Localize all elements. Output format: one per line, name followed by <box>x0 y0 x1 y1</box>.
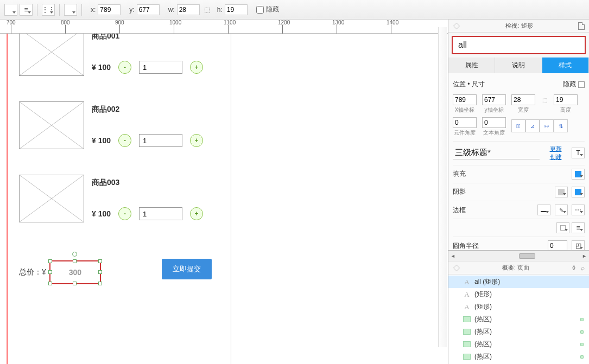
outline-item[interactable]: A(矩形) <box>448 301 589 313</box>
submit-button[interactable]: 立即提交 <box>162 259 212 279</box>
canvas-scrollbar-vertical[interactable] <box>438 27 447 347</box>
decrement-button[interactable]: - <box>118 134 131 147</box>
hide-element-label: 隐藏 <box>563 80 576 89</box>
pos-x-input[interactable] <box>453 94 477 105</box>
outline-item[interactable]: (热区) <box>448 350 589 363</box>
border-width-dropdown[interactable] <box>537 205 550 215</box>
text-rotation-input[interactable] <box>482 117 506 128</box>
outline-panel: ◄► 概要: 页面 ⚱ ⌕ Aall (矩形)A(矩形)A(矩形)(热区)(热区… <box>448 250 589 364</box>
interaction-indicator-icon <box>580 355 584 359</box>
outline-item[interactable]: A(矩形) <box>448 288 589 301</box>
size-lock-icon[interactable]: ⬚ <box>541 94 548 105</box>
y-input[interactable] <box>137 4 160 15</box>
x-input[interactable] <box>98 4 121 15</box>
outline-item-label: (热区) <box>474 352 492 361</box>
canvas-area[interactable]: 商品001 ¥ 100 - + 商品002 ¥ 100 - + 商品003 <box>0 34 448 364</box>
border-style-dropdown[interactable] <box>572 205 585 215</box>
outline-header: 概要: 页面 ⚱ ⌕ <box>448 261 589 274</box>
text-element-icon: A <box>463 278 471 286</box>
list-dropdown-icon[interactable]: ⋮⋮ <box>42 4 55 16</box>
decrement-button[interactable]: - <box>118 61 131 74</box>
outline-item[interactable]: (热区) <box>448 338 589 350</box>
flip-vertical-icon[interactable]: ⊿ <box>525 119 540 132</box>
quantity-input[interactable] <box>139 61 182 74</box>
border-color-dropdown[interactable] <box>555 205 568 215</box>
resize-handle-tl[interactable] <box>48 259 52 263</box>
pos-x-label: X轴坐标 <box>455 106 475 114</box>
increment-button[interactable]: + <box>190 61 203 74</box>
tab-properties[interactable]: 属性 <box>448 58 495 73</box>
style-preset-select[interactable] <box>453 146 540 159</box>
increment-button[interactable]: + <box>190 207 203 220</box>
image-placeholder[interactable] <box>19 101 84 149</box>
resize-handle-tr[interactable] <box>98 259 102 263</box>
outline-item-label: (热区) <box>474 315 492 324</box>
outline-list[interactable]: Aall (矩形)A(矩形)A(矩形)(热区)(热区)(热区)(热区) <box>448 274 589 364</box>
outer-shadow-dropdown[interactable] <box>555 187 568 197</box>
selected-total-value[interactable]: 300 <box>49 260 101 284</box>
flip-align-icons: �⃓ ⊿ ↦ ⇅ <box>511 119 568 132</box>
pos-w-input[interactable] <box>511 94 535 105</box>
resize-handle-ml[interactable] <box>48 270 52 274</box>
hide-label: 隐藏 <box>266 5 279 14</box>
panel-scrollbar-horizontal[interactable]: ◄► <box>448 251 589 261</box>
resize-handle-mr[interactable] <box>98 270 102 274</box>
search-icon[interactable]: ⌕ <box>581 264 585 272</box>
image-placeholder[interactable] <box>19 34 84 76</box>
quantity-input[interactable] <box>139 134 182 147</box>
hide-element-checkbox[interactable] <box>578 81 585 88</box>
resize-handle-bm[interactable] <box>73 282 77 285</box>
pos-h-label: 高度 <box>560 106 571 114</box>
image-placeholder[interactable] <box>19 175 84 222</box>
shadow-label: 阴影 <box>453 187 466 196</box>
fit-width-icon[interactable]: ↦ <box>540 119 554 132</box>
svg-line-0 <box>20 34 83 75</box>
rotation-input[interactable] <box>453 117 477 128</box>
pos-y-label: y轴坐标 <box>485 106 504 114</box>
update-style-link[interactable]: 更新 <box>550 145 562 153</box>
svg-line-1 <box>20 34 83 75</box>
radius-corner-dropdown[interactable]: ◰ <box>572 240 585 250</box>
flip-horizontal-icon[interactable]: �⃓ <box>511 119 525 132</box>
fit-height-icon[interactable]: ⇅ <box>554 119 568 132</box>
style-preset-actions: 更新 创建 <box>550 145 562 162</box>
pos-h-input[interactable] <box>554 94 578 105</box>
radius-input[interactable] <box>548 240 567 250</box>
outline-item-label: (热区) <box>474 340 492 349</box>
tab-notes[interactable]: 说明 <box>495 58 542 73</box>
text-format-icon[interactable]: T <box>572 148 585 158</box>
increment-button[interactable]: + <box>190 134 203 147</box>
position-section-label: 位置 • 尺寸 <box>453 80 485 89</box>
inner-shadow-dropdown[interactable] <box>572 187 585 197</box>
align-dropdown-icon[interactable]: ≡ <box>20 4 33 16</box>
outline-collapse-icon[interactable] <box>453 265 460 271</box>
resize-handle-br[interactable] <box>98 282 102 285</box>
resize-handle-tm[interactable] <box>73 259 77 263</box>
tab-style[interactable]: 样式 <box>542 58 589 73</box>
outline-item[interactable]: Aall (矩形) <box>448 276 589 288</box>
create-style-link[interactable]: 创建 <box>550 153 562 161</box>
page-icon[interactable] <box>578 22 585 30</box>
outline-item[interactable]: (热区) <box>448 325 589 338</box>
fill-color-dropdown[interactable] <box>572 169 585 180</box>
text-element-icon: A <box>463 303 471 311</box>
decrement-button[interactable]: - <box>118 207 131 220</box>
link-icon[interactable]: ⬚ <box>204 6 211 14</box>
border-visibility-dropdown[interactable] <box>556 222 569 233</box>
hide-checkbox-wrap[interactable]: 隐藏 <box>256 5 279 14</box>
resize-handle-bl[interactable] <box>48 282 52 285</box>
h-input[interactable] <box>225 4 248 15</box>
tool-dropdown-1[interactable] <box>4 4 17 16</box>
product-price: ¥ 100 <box>92 63 111 72</box>
quantity-input[interactable] <box>139 207 182 220</box>
pos-y-input[interactable] <box>482 94 506 105</box>
outline-item[interactable]: (热区) <box>448 313 589 325</box>
outline-item-label: (矩形) <box>474 290 492 299</box>
element-name-input[interactable]: all <box>452 36 586 54</box>
border-cap-dropdown[interactable]: ≡ <box>572 222 585 233</box>
collapse-icon[interactable] <box>453 23 460 29</box>
tool-dropdown-2[interactable] <box>64 4 77 16</box>
w-input[interactable] <box>177 4 200 15</box>
hide-checkbox[interactable] <box>256 6 264 14</box>
filter-icon[interactable]: ⚱ <box>571 264 577 272</box>
